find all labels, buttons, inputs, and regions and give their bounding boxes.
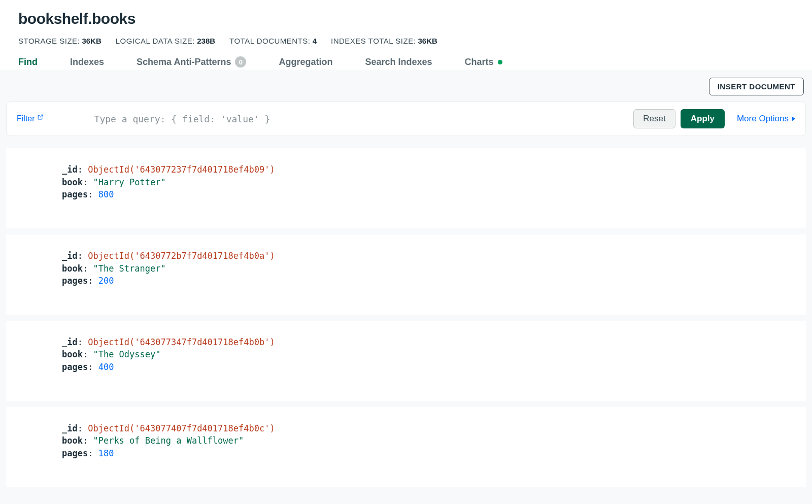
document-line: pages: 180 bbox=[62, 447, 791, 460]
document-line: _id: ObjectId('6430772b7f7d401718ef4b0a'… bbox=[62, 250, 791, 262]
field-key: pages bbox=[62, 448, 88, 458]
document-line: book: "Harry Potter" bbox=[62, 176, 791, 189]
apply-button[interactable]: Apply bbox=[681, 109, 725, 128]
colon: : bbox=[88, 362, 98, 372]
content-area: INSERT DOCUMENT Filter Reset Apply More … bbox=[0, 70, 812, 504]
filter-link[interactable]: Filter bbox=[17, 114, 44, 123]
documents-list: _id: ObjectId('643077237f7d401718ef4b09'… bbox=[3, 136, 809, 487]
colon: : bbox=[78, 423, 88, 433]
colon: : bbox=[83, 435, 93, 446]
document-card[interactable]: _id: ObjectId('643077347f7d401718ef4b0b'… bbox=[6, 321, 806, 401]
tab-indexes[interactable]: Indexes bbox=[70, 57, 104, 70]
colon: : bbox=[78, 251, 88, 261]
collection-title: bookshelf.books bbox=[18, 10, 794, 27]
document-line: pages: 800 bbox=[62, 188, 791, 201]
field-value: ObjectId('6430772b7f7d401718ef4b0a') bbox=[88, 251, 275, 261]
tab-search-indexes[interactable]: Search Indexes bbox=[365, 57, 432, 70]
stat-storage-size: STORAGE SIZE: 36KB bbox=[18, 37, 101, 45]
colon: : bbox=[88, 189, 98, 199]
document-card[interactable]: _id: ObjectId('643077237f7d401718ef4b09'… bbox=[6, 148, 806, 228]
stat-total-documents: TOTAL DOCUMENTS: 4 bbox=[229, 37, 317, 45]
document-line: book: "The Stranger" bbox=[62, 262, 791, 275]
insert-document-button[interactable]: INSERT DOCUMENT bbox=[709, 78, 804, 95]
query-input[interactable] bbox=[94, 114, 629, 124]
status-dot-icon bbox=[498, 60, 502, 64]
tab-schema-anti-patterns[interactable]: Schema Anti-Patterns 0 bbox=[137, 56, 246, 70]
tab-charts[interactable]: Charts bbox=[465, 57, 502, 70]
tab-aggregation[interactable]: Aggregation bbox=[279, 57, 332, 70]
tabs-row: Find Indexes Schema Anti-Patterns 0 Aggr… bbox=[18, 56, 794, 70]
tab-find[interactable]: Find bbox=[18, 57, 38, 70]
field-key: pages bbox=[62, 276, 88, 286]
colon: : bbox=[83, 349, 93, 359]
field-key: book bbox=[62, 263, 83, 274]
document-line: pages: 200 bbox=[62, 275, 791, 287]
stat-value: 238B bbox=[197, 37, 215, 45]
field-value: 180 bbox=[98, 448, 114, 458]
colon: : bbox=[83, 263, 93, 274]
field-value: 400 bbox=[98, 362, 114, 372]
field-key: book bbox=[62, 435, 83, 446]
document-line: _id: ObjectId('643077347f7d401718ef4b0b'… bbox=[62, 336, 791, 349]
toolbar-top: INSERT DOCUMENT bbox=[3, 77, 809, 102]
external-link-icon bbox=[37, 114, 44, 120]
field-key: _id bbox=[62, 423, 78, 433]
stat-value: 4 bbox=[313, 37, 317, 45]
filter-bar: Filter Reset Apply More Options bbox=[6, 102, 806, 136]
field-value: 200 bbox=[98, 276, 114, 286]
colon: : bbox=[83, 177, 93, 187]
field-value: ObjectId('643077237f7d401718ef4b09') bbox=[88, 164, 275, 175]
document-line: _id: ObjectId('643077237f7d401718ef4b09'… bbox=[62, 163, 791, 176]
stats-row: STORAGE SIZE: 36KB LOGICAL DATA SIZE: 23… bbox=[18, 37, 794, 45]
document-card[interactable]: _id: ObjectId('643077407f7d401718ef4b0c'… bbox=[6, 407, 806, 487]
field-key: book bbox=[62, 349, 83, 359]
more-options-label: More Options bbox=[737, 114, 789, 124]
stat-logical-data-size: LOGICAL DATA SIZE: 238B bbox=[116, 37, 215, 45]
field-value: "Perks of Being a Wallflower" bbox=[93, 435, 244, 446]
field-value: "Harry Potter" bbox=[93, 177, 165, 187]
field-value: 800 bbox=[98, 189, 114, 199]
field-value: "The Stranger" bbox=[93, 263, 165, 274]
field-value: ObjectId('643077407f7d401718ef4b0c') bbox=[88, 423, 275, 433]
reset-button[interactable]: Reset bbox=[633, 109, 675, 128]
stat-indexes-total-size: INDEXES TOTAL SIZE: 36KB bbox=[331, 37, 437, 45]
stat-label: INDEXES TOTAL SIZE: bbox=[331, 37, 416, 45]
schema-badge: 0 bbox=[235, 56, 246, 68]
field-key: book bbox=[62, 177, 83, 187]
document-card[interactable]: _id: ObjectId('6430772b7f7d401718ef4b0a'… bbox=[6, 234, 806, 315]
stat-label: STORAGE SIZE: bbox=[18, 37, 80, 45]
stat-value: 36KB bbox=[418, 37, 437, 45]
field-key: pages bbox=[62, 362, 88, 372]
caret-right-icon bbox=[792, 116, 795, 121]
colon: : bbox=[78, 164, 88, 175]
tab-label: Charts bbox=[465, 57, 494, 68]
field-key: _id bbox=[62, 337, 78, 347]
stat-label: LOGICAL DATA SIZE: bbox=[116, 37, 195, 45]
document-line: book: "Perks of Being a Wallflower" bbox=[62, 434, 791, 447]
more-options-link[interactable]: More Options bbox=[737, 114, 795, 124]
colon: : bbox=[88, 448, 98, 458]
colon: : bbox=[88, 276, 98, 286]
stat-label: TOTAL DOCUMENTS: bbox=[229, 37, 310, 45]
filter-label-text: Filter bbox=[17, 114, 35, 123]
tab-label: Schema Anti-Patterns bbox=[137, 57, 231, 68]
field-value: "The Odyssey" bbox=[93, 349, 160, 359]
document-line: pages: 400 bbox=[62, 361, 791, 374]
colon: : bbox=[78, 337, 88, 347]
field-key: _id bbox=[62, 251, 78, 261]
document-line: _id: ObjectId('643077407f7d401718ef4b0c'… bbox=[62, 422, 791, 435]
stat-value: 36KB bbox=[82, 37, 101, 45]
field-key: _id bbox=[62, 164, 78, 175]
document-line: book: "The Odyssey" bbox=[62, 348, 791, 361]
field-key: pages bbox=[62, 189, 88, 199]
field-value: ObjectId('643077347f7d401718ef4b0b') bbox=[88, 337, 275, 347]
